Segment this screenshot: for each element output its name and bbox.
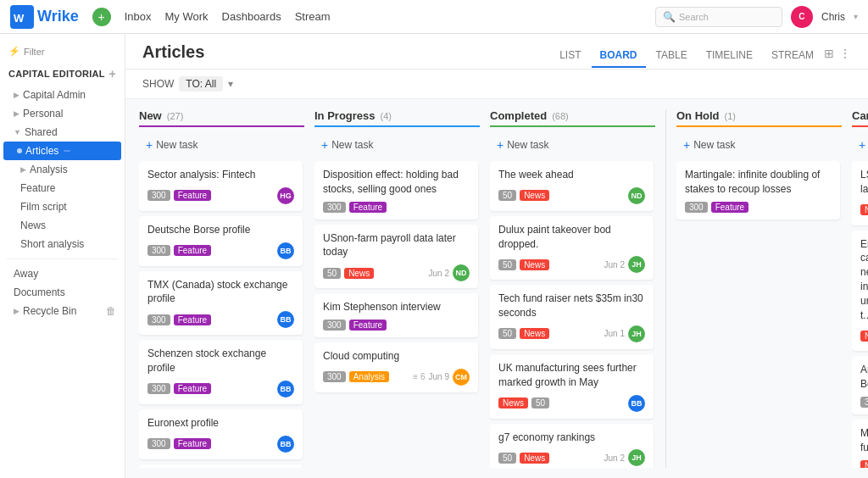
app-logo[interactable]: W Wrike bbox=[10, 5, 79, 29]
task-card[interactable]: Tech fund raiser nets $35m in30 seconds5… bbox=[490, 285, 654, 349]
card-tag: 300 bbox=[147, 190, 170, 201]
new-task-button-cancelled[interactable]: + New task bbox=[852, 134, 868, 156]
search-bar[interactable]: 🔍 Search bbox=[655, 7, 782, 27]
tab-timeline[interactable]: TIMELINE bbox=[698, 44, 761, 68]
task-card[interactable]: Hong Kong stock exchange profile300Featu… bbox=[139, 464, 303, 468]
sidebar-item-analysis[interactable]: ▶ Analysis bbox=[0, 160, 125, 179]
nav-inbox[interactable]: Inbox bbox=[125, 10, 152, 23]
sidebar-item-away[interactable]: Away bbox=[0, 264, 125, 283]
task-card[interactable]: Enter the vortex: How managers can trans… bbox=[852, 231, 868, 352]
sidebar-item-personal[interactable]: ▶ Personal bbox=[0, 104, 125, 123]
sidebar-item-articles[interactable]: Articles bbox=[3, 142, 121, 160]
filter-funnel-icon[interactable]: ▾ bbox=[228, 78, 233, 90]
tab-stream[interactable]: STREAM bbox=[763, 44, 822, 68]
task-card[interactable]: USnon-farm payroll data later today50New… bbox=[314, 225, 478, 289]
card-tags: 300Feature bbox=[685, 202, 748, 213]
user-menu-chevron-icon[interactable]: ▾ bbox=[854, 12, 858, 21]
sidebar-item-news[interactable]: News bbox=[0, 216, 125, 235]
card-title: Martingale: infinite doubling of stakes … bbox=[685, 168, 832, 197]
task-card[interactable]: Morgan Stanley launch... PE fundNews bbox=[852, 420, 868, 468]
nav-dashboards[interactable]: Dashboards bbox=[222, 10, 281, 23]
column-cards-on-hold: Martingale: infinite doubling of stakes … bbox=[676, 161, 842, 468]
column-cancelled: Cancelled(24)+ New taskLSE welcomes tech… bbox=[852, 109, 868, 468]
sidebar-item-film-script[interactable]: Film script bbox=[0, 197, 125, 216]
task-card[interactable]: LSE welcomes tech sto... largest London … bbox=[852, 161, 868, 225]
task-card[interactable]: Cloud computing300Analysis≡ 6Jun 9CM bbox=[314, 342, 478, 392]
sidebar-add-icon[interactable]: + bbox=[109, 67, 116, 81]
card-title: Analysis on Japan econ... off Bernanke s… bbox=[860, 363, 868, 392]
sidebar-item-capital-admin[interactable]: ▶ Capital Admin bbox=[0, 86, 125, 104]
task-card[interactable]: Schenzen stock exchange profile300Featur… bbox=[139, 340, 303, 404]
task-card[interactable]: Analysis on Japan econ... off Bernanke s… bbox=[852, 356, 868, 414]
nav-my-work[interactable]: My Work bbox=[165, 10, 209, 23]
card-title: g7 economy rankings bbox=[498, 431, 645, 445]
new-task-button-completed[interactable]: + New task bbox=[490, 134, 655, 156]
card-tag: 300 bbox=[860, 397, 868, 408]
task-card[interactable]: Martingale: infinite doubling of stakes … bbox=[676, 161, 840, 220]
chevron-right-icon: ▶ bbox=[14, 307, 19, 315]
card-title: Deutsche Borse profile bbox=[147, 223, 294, 237]
card-title: Kim Stephenson interview bbox=[323, 300, 470, 314]
task-card[interactable]: Kim Stephenson interview300Feature bbox=[314, 293, 478, 337]
card-meta: BB bbox=[277, 242, 294, 259]
card-tags: 300Feature bbox=[147, 383, 211, 394]
sidebar: ⚡ Filter CAPITAL EDITORIAL + ▶ Capital A… bbox=[0, 34, 125, 478]
card-meta: Jun 2ND bbox=[429, 264, 470, 281]
new-task-button-new[interactable]: + New task bbox=[139, 134, 304, 156]
add-button[interactable]: + bbox=[92, 8, 111, 26]
task-card[interactable]: Euronext profile300FeatureBB bbox=[139, 409, 303, 459]
card-avatar: ND bbox=[453, 264, 470, 281]
trash-icon: 🗑 bbox=[106, 305, 116, 317]
task-card[interactable]: Sector analysis: Fintech300FeatureHG bbox=[139, 161, 303, 211]
card-tag: Feature bbox=[711, 202, 748, 213]
card-tag: Feature bbox=[174, 314, 211, 325]
new-task-button-on-hold[interactable]: + New task bbox=[676, 134, 842, 156]
tab-table[interactable]: TABLE bbox=[648, 44, 696, 68]
sidebar-item-shared[interactable]: ▼ Shared bbox=[0, 123, 125, 142]
task-card[interactable]: Dulux paint takeover bod dropped.50NewsJ… bbox=[490, 216, 654, 281]
card-title: Euronext profile bbox=[147, 416, 294, 431]
show-filter-value[interactable]: TO: All bbox=[179, 76, 223, 92]
sidebar-filter[interactable]: ⚡ Filter bbox=[0, 41, 125, 62]
sidebar-item-short-analysis[interactable]: Short analysis bbox=[0, 235, 125, 253]
card-tag: 300 bbox=[147, 438, 170, 449]
task-card[interactable]: TMX (Canada) stock exchange profile300Fe… bbox=[139, 271, 303, 336]
plus-icon: + bbox=[497, 138, 504, 152]
sidebar-item-recycle-bin[interactable]: ▶ Recycle Bin 🗑 bbox=[0, 302, 125, 320]
card-avatar: JH bbox=[628, 256, 645, 273]
card-footer: 50NewsJun 2JH bbox=[498, 449, 645, 466]
more-icon[interactable]: ⋮ bbox=[839, 47, 851, 60]
nav-stream[interactable]: Stream bbox=[295, 10, 331, 23]
card-tag: News bbox=[520, 328, 549, 339]
sidebar-item-documents[interactable]: Documents bbox=[0, 283, 125, 302]
task-card[interactable]: g7 economy rankings50NewsJun 2JH bbox=[490, 424, 654, 468]
tab-board[interactable]: BOARD bbox=[592, 44, 646, 68]
tab-list[interactable]: LIST bbox=[551, 44, 589, 68]
card-tag: 300 bbox=[323, 202, 346, 213]
card-title: TMX (Canada) stock exchange profile bbox=[147, 278, 294, 307]
column-count-on-hold: (1) bbox=[725, 111, 736, 121]
column-header-cancelled: Cancelled(24) bbox=[852, 109, 868, 127]
card-footer: 50NewsJun 2JH bbox=[498, 256, 645, 273]
card-meta: BB bbox=[277, 436, 294, 453]
task-card[interactable]: Deutsche Borse profile300FeatureBB bbox=[139, 216, 303, 266]
card-tags: News bbox=[860, 204, 868, 215]
card-tag: News bbox=[520, 453, 549, 464]
card-tag: Feature bbox=[174, 438, 211, 449]
task-card[interactable]: UK manufacturing sees further marked gro… bbox=[490, 354, 654, 419]
card-footer: 300Feature bbox=[323, 320, 470, 331]
card-meta: BB bbox=[277, 381, 294, 397]
new-task-button-in-progress[interactable]: + New task bbox=[314, 134, 480, 156]
user-name[interactable]: Chris bbox=[821, 11, 845, 23]
column-header-on-hold: On Hold(1) bbox=[676, 109, 842, 127]
card-tag: 50 bbox=[498, 328, 516, 339]
sidebar-section-capital[interactable]: CAPITAL EDITORIAL + bbox=[0, 62, 125, 86]
card-tag: Feature bbox=[174, 383, 211, 394]
sidebar-item-feature[interactable]: Feature bbox=[0, 179, 125, 197]
sidebar-item-label: Analysis bbox=[30, 164, 68, 175]
task-card[interactable]: Disposition effect: holding bad stocks, … bbox=[314, 161, 478, 220]
grid-icon[interactable]: ⊞ bbox=[824, 47, 834, 60]
user-avatar[interactable]: C bbox=[791, 6, 813, 28]
card-footer: 300FeatureBB bbox=[147, 381, 294, 397]
task-card[interactable]: The week ahead50NewsND bbox=[490, 161, 654, 211]
